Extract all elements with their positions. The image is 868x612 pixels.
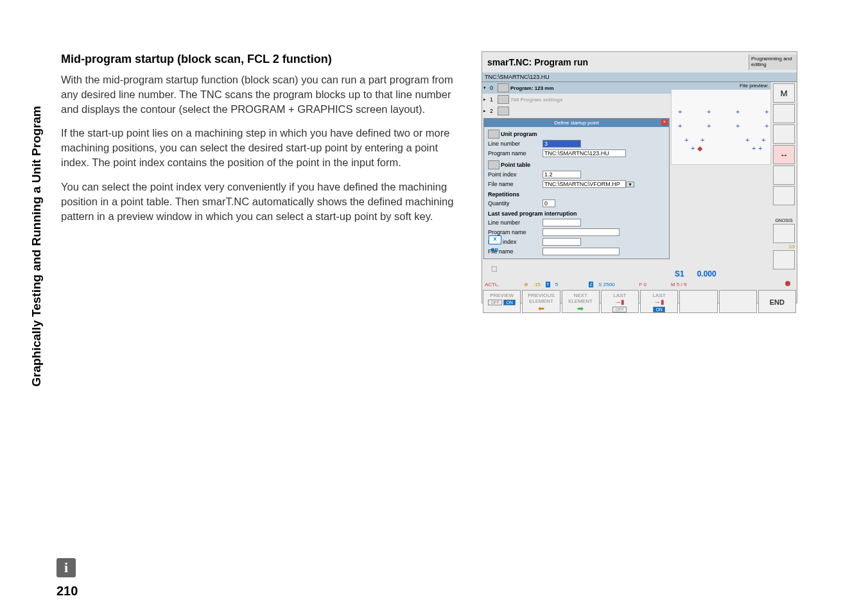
diag-button[interactable] (773, 224, 795, 243)
program-icon (498, 83, 509, 92)
side-toolbar: M ↔ GNOSIS 1/3 (771, 82, 797, 268)
file-name-label: File name (488, 181, 542, 187)
paragraph: With the mid-program startup function (b… (61, 72, 462, 117)
plus-icon: ⊕ (524, 282, 528, 287)
last-fn-input[interactable] (542, 248, 620, 255)
status-indicator-icon (785, 281, 790, 286)
b-axis-icon[interactable]: ⊕B (488, 247, 501, 256)
section-heading: Mid-program startup (block scan, FCL 2 f… (61, 53, 462, 66)
line-number-label: Line number (488, 140, 542, 147)
spindle-value: 0.000 (697, 269, 716, 278)
page-number: 210 (56, 584, 78, 599)
axis-button[interactable]: ↔ (773, 145, 795, 164)
spindle-label: S1 (675, 269, 684, 278)
quantity-label: Quantity (488, 200, 542, 207)
arrow-left-icon: ⬅ (538, 304, 544, 313)
quantity-input[interactable]: 0 (542, 200, 555, 207)
m-label: M 5 / 9 (671, 282, 686, 287)
title-bar: smarT.NC: Program run Programming and ed… (482, 52, 797, 72)
page-fraction: 1/3 (771, 244, 797, 249)
position-icon[interactable]: ⬚ (487, 265, 500, 274)
unit-icon (498, 106, 509, 115)
last-icon: →▮ (614, 298, 625, 305)
sidebar-section-label: Graphically Testing and Running a Unit P… (29, 106, 45, 387)
dropdown-icon[interactable]: ▼ (626, 182, 634, 187)
cnc-screenshot: smarT.NC: Program run Programming and ed… (482, 51, 797, 303)
last-prog-label: Program name (488, 229, 542, 235)
tool-t: T (546, 282, 550, 287)
app-title: smarT.NC: Program run (482, 57, 749, 67)
path-bar: TNC:\SMARTNC\123.HU (482, 72, 797, 82)
last-off-softkey[interactable]: LAST →▮ OFF (601, 290, 639, 313)
point-index-input[interactable]: 1.2 (542, 171, 581, 178)
list-button[interactable] (773, 250, 795, 269)
paragraph: If the start-up point lies on a machinin… (61, 126, 462, 170)
file-preview: + + + + + + + + + + + + + ◆ + + (671, 89, 771, 165)
softkey-bar: PREVIEW OFFON PREVIOUS ELEMENT ⬅ NEXT EL… (482, 289, 797, 314)
mode-indicator[interactable]: Programming and editing (749, 55, 797, 70)
diagnosis-label: GNOSIS (771, 218, 797, 223)
next-element-softkey[interactable]: NEXT ELEMENT ➡ (562, 290, 600, 313)
tree-row[interactable]: ▸2 (482, 105, 671, 117)
settings-icon (498, 95, 509, 104)
preview-label: File preview: (671, 82, 771, 89)
empty-softkey[interactable] (719, 290, 757, 313)
line-number-input[interactable]: 3 (542, 140, 581, 148)
x-axis-icon[interactable]: X (489, 235, 501, 244)
last-icon: →▮ (654, 298, 664, 305)
close-icon[interactable]: × (661, 119, 668, 126)
arrow-right-icon: ➡ (577, 304, 584, 313)
feed-label: F 0 (639, 282, 647, 287)
paragraph: You can select the point index very conv… (61, 180, 462, 224)
blank-button[interactable] (773, 186, 795, 205)
last-line-label: Line number (488, 219, 542, 226)
last-line-input[interactable] (542, 219, 581, 226)
dialog-title: Define startup point × (484, 119, 669, 127)
file-name-input[interactable]: TNC:\SMARTNC\VFORM.HP (542, 180, 626, 188)
actl-label: ACTL. (485, 282, 499, 287)
document-body: Mid-program startup (block scan, FCL 2 f… (61, 53, 462, 233)
point-table-icon (488, 160, 499, 169)
empty-softkey[interactable] (679, 290, 717, 313)
prev-element-softkey[interactable]: PREVIOUS ELEMENT ⬅ (522, 290, 560, 313)
point-index-label: Point index (488, 171, 542, 178)
end-softkey[interactable]: END (758, 290, 796, 313)
tool2-button[interactable] (773, 124, 795, 144)
m-button[interactable]: M (773, 83, 795, 103)
scale-button[interactable] (773, 166, 795, 185)
unit-program-icon (488, 130, 499, 139)
tree-row[interactable]: ▸1 700 Program settings (482, 94, 671, 105)
last-pi-input[interactable] (542, 238, 581, 246)
last-prog-input[interactable] (542, 228, 620, 236)
status-bar: ACTL. ⊕:15 T5 ZS 2500 F 0 M 5 / 9 (482, 280, 797, 289)
program-name-label: Program name (488, 150, 542, 157)
startup-dialog: Define startup point × Unit program Line… (483, 118, 670, 259)
z-label: Z (589, 282, 593, 287)
info-icon: i (56, 558, 76, 577)
tree-row[interactable]: ▾0 Program: 123 mm (482, 82, 671, 94)
tool-button[interactable] (773, 104, 795, 123)
preview-softkey[interactable]: PREVIEW OFFON (483, 290, 521, 313)
status-row: S1 0.000 (482, 268, 797, 280)
program-name-input[interactable]: TNC:\SMARTNC\123.HU (542, 149, 626, 157)
last-on-softkey[interactable]: LAST →▮ ON (640, 290, 678, 313)
